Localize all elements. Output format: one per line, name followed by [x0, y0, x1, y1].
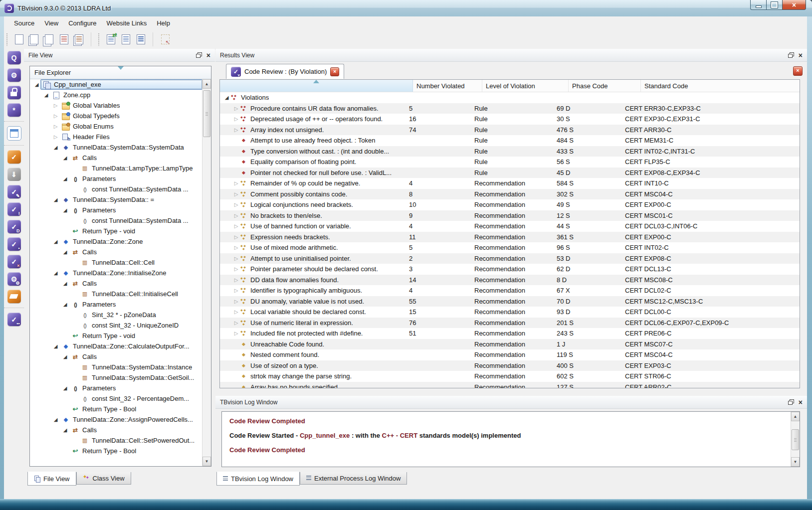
title-bar[interactable]: TBvision 9.3.0 © 2013 LDRA Ltd × — [0, 0, 812, 17]
close-all-results-button[interactable]: × — [793, 66, 803, 76]
scroll-down-button[interactable]: ▼ — [791, 457, 800, 467]
tree-row[interactable]: Calls — [30, 153, 203, 163]
expander-icon[interactable] — [61, 354, 69, 359]
menu-item[interactable]: Source — [9, 17, 39, 29]
tree-row[interactable]: Calls — [30, 425, 203, 435]
column-header-standard-code[interactable]: Standard Code — [641, 80, 800, 92]
tree-row[interactable]: const TunnelData::SystemData ... — [30, 184, 203, 194]
tree-row[interactable]: const Sint_32 - UniqueZoneID — [30, 320, 203, 331]
tree-row[interactable]: TunnelData::SystemData::SystemData — [30, 142, 203, 153]
violation-row[interactable]: Equality comparison of floating point. R… — [220, 157, 800, 168]
tree-row[interactable]: Global Variables — [30, 100, 203, 111]
expander-icon[interactable] — [52, 145, 59, 150]
expander-icon[interactable] — [232, 180, 240, 186]
expander-icon[interactable] — [61, 207, 69, 213]
tree-row[interactable]: Header Files — [30, 132, 203, 142]
toolbar-grip[interactable] — [6, 33, 8, 46]
violation-row[interactable]: Identifier is typographically ambiguous.… — [220, 285, 800, 296]
tree-row[interactable]: Calls — [30, 351, 203, 362]
wildcard-icon[interactable]: * — [7, 103, 21, 117]
expander-icon[interactable] — [232, 106, 240, 111]
expander-icon[interactable] — [232, 331, 240, 336]
tree-row[interactable]: Parameters — [30, 299, 203, 310]
expander-icon[interactable] — [232, 116, 240, 122]
expander-icon[interactable] — [232, 256, 240, 261]
search-icon[interactable]: Q — [7, 51, 21, 64]
bottom-tab[interactable]: Class View — [76, 472, 131, 485]
expander-icon[interactable] — [52, 134, 59, 140]
close-panel-button[interactable]: × — [206, 52, 210, 58]
close-tab-button[interactable]: × — [330, 67, 339, 76]
violation-row[interactable]: Use of numeric literal in expression. 76… — [220, 318, 800, 329]
tree-row[interactable]: TunnelData::Zone::Zone — [30, 236, 203, 247]
expander-icon[interactable] — [52, 417, 59, 422]
report-detail-icon[interactable] — [133, 32, 148, 47]
expander-icon[interactable] — [232, 191, 240, 197]
tree-row[interactable]: TunnelData::Cell::SetPoweredOut... — [30, 435, 203, 446]
column-header-level[interactable]: Level of Violation — [482, 80, 569, 92]
expander-icon[interactable] — [232, 213, 240, 218]
review-data-icon[interactable]: ✓ D — [7, 220, 21, 233]
tree-row[interactable]: TunnelData::Cell::Cell — [30, 257, 203, 268]
expander-icon[interactable] — [52, 103, 59, 108]
lock-icon[interactable] — [7, 86, 21, 99]
copy-files-icon[interactable] — [41, 32, 56, 47]
column-header-number-violated[interactable]: Number Violated — [413, 80, 482, 92]
tree-row[interactable]: TunnelData::SystemData::Instance — [30, 362, 203, 372]
settings-gear-icon[interactable]: ⚙ — [7, 68, 21, 82]
tree-row[interactable]: Calls — [30, 247, 203, 257]
bottom-tab[interactable]: File View — [27, 472, 76, 486]
review-info-icon[interactable]: ✓ I — [7, 202, 21, 216]
scroll-up-button[interactable]: ▲ — [791, 412, 800, 421]
tree-row[interactable]: Return Type - void — [30, 331, 203, 341]
toolbar-grip[interactable] — [98, 33, 100, 46]
scroll-up-button[interactable]: ▲ — [203, 79, 211, 89]
expander-icon[interactable] — [52, 124, 59, 129]
float-panel-button[interactable] — [788, 399, 794, 405]
violation-row[interactable]: Expression needs brackets. 11 Recommenda… — [220, 232, 800, 243]
scrollbar-thumb[interactable] — [203, 90, 210, 137]
menu-item[interactable]: View — [39, 17, 63, 29]
violation-row[interactable]: Array index not unsigned. 74 Rule 476 S … — [220, 125, 800, 136]
expander-icon[interactable] — [61, 155, 69, 161]
tree-row[interactable]: Return Type - Bool — [30, 404, 203, 414]
tree-scrollbar[interactable]: ▲ ▼ — [202, 79, 211, 466]
menu-item[interactable]: Help — [152, 17, 175, 29]
violation-row[interactable]: Pointer not checked for null before use.… — [220, 168, 800, 178]
log-scrollbar[interactable]: ▲ ▼ — [791, 412, 800, 467]
violation-row[interactable]: Violations — [220, 92, 800, 103]
violation-row[interactable]: Comment possibly contains code. 8 Recomm… — [220, 189, 800, 200]
close-panel-button[interactable]: × — [799, 52, 803, 58]
file-explorer-column-header[interactable]: File Explorer — [30, 66, 211, 79]
violation-row[interactable]: Attempt to use already freed object. : T… — [220, 135, 800, 146]
expander-icon[interactable] — [232, 234, 240, 240]
expander-icon[interactable] — [61, 249, 69, 255]
expander-icon[interactable] — [61, 302, 69, 307]
bottom-tab[interactable]: External Process Log Window — [300, 472, 407, 485]
tree-row[interactable]: Zone.cpp — [30, 90, 203, 100]
expander-icon[interactable] — [232, 288, 240, 293]
minimize-button[interactable] — [750, 0, 767, 10]
report-list-icon[interactable] — [118, 32, 133, 47]
expander-icon[interactable] — [61, 385, 69, 391]
tree-row[interactable]: Parameters — [30, 383, 203, 393]
review-panel-icon[interactable]: ✓ ▪ — [7, 237, 21, 251]
violation-row[interactable]: Use of sizeof on a type. Recommendation … — [220, 360, 800, 371]
menu-item[interactable]: Configure — [63, 17, 101, 29]
tree-row[interactable]: TunnelData::Cell::InitialiseCell — [30, 289, 203, 299]
report-set-icon[interactable] — [71, 32, 86, 47]
regenerate-report-icon[interactable] — [103, 32, 118, 47]
violation-row[interactable]: Logical conjunctions need brackets. 10 R… — [220, 199, 800, 210]
violation-row[interactable]: DU anomaly, variable value is not used. … — [220, 296, 800, 307]
review-edit-icon[interactable]: ✓ ✎ — [7, 185, 21, 198]
violation-row[interactable]: Use of mixed mode arithmetic. 5 Recommen… — [220, 242, 800, 253]
expander-icon[interactable] — [232, 202, 240, 207]
expander-icon[interactable] — [232, 223, 240, 229]
tree-row[interactable]: Calls — [30, 278, 203, 289]
review-delete-icon[interactable]: ✓ × — [7, 255, 21, 268]
maximize-button[interactable] — [767, 0, 782, 10]
violation-row[interactable]: Array has no bounds specified. Recommend… — [220, 382, 800, 389]
tab-code-review[interactable]: ✓ Code Review : (By Violation) × — [226, 64, 344, 79]
expander-icon[interactable] — [33, 82, 40, 87]
expander-icon[interactable] — [52, 197, 59, 202]
